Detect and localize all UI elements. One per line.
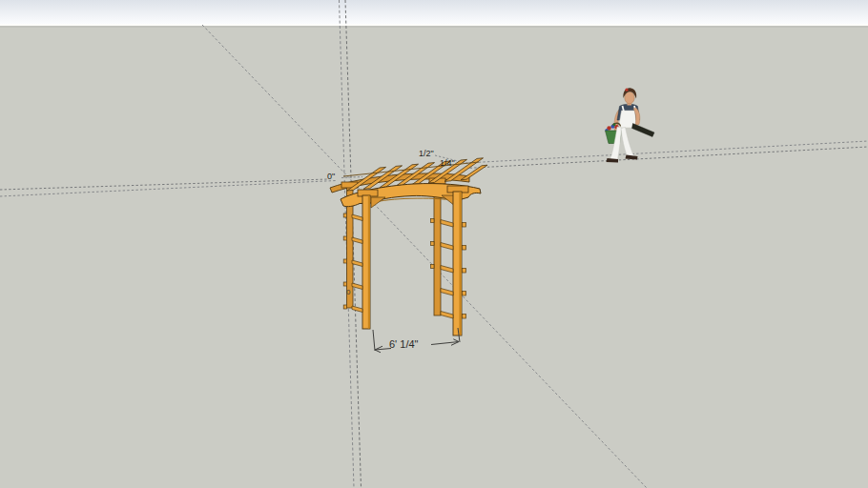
dimension-label-roof-half: 1/2" bbox=[419, 150, 434, 158]
figure-right-leg bbox=[621, 128, 635, 158]
figure-garden-tool bbox=[632, 124, 655, 137]
model-canvas bbox=[0, 0, 868, 488]
dimension-label-origin: 0" bbox=[327, 173, 335, 181]
dimension-label-post-zero: 0 bbox=[346, 289, 350, 296]
model-viewport[interactable]: 5' 1/2" bbox=[0, 0, 868, 488]
dimension-label-roof-quarter: 1/4" bbox=[440, 159, 455, 168]
knee-brace-left bbox=[371, 197, 385, 208]
scale-figure[interactable] bbox=[605, 88, 654, 162]
extension-line-left bbox=[373, 330, 375, 351]
arbor-model[interactable] bbox=[330, 158, 487, 336]
figure-right-shoe bbox=[626, 155, 638, 160]
figure-hair-clip bbox=[625, 89, 628, 92]
dimension-label-width: 6' 1/4" bbox=[389, 339, 418, 350]
arbor-front-posts bbox=[358, 186, 468, 336]
